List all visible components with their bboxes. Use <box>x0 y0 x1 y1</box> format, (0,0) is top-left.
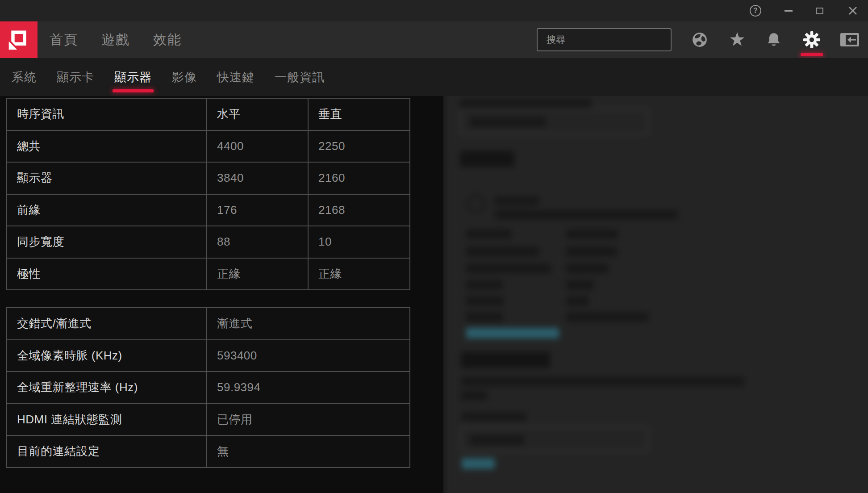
table-row: 目前的連結設定 無 <box>7 435 410 468</box>
blurred-text-bar <box>470 435 524 445</box>
amd-arrow-icon <box>7 28 30 51</box>
row-value-v: 正緣 <box>308 258 410 290</box>
table-row: 總共 4400 2250 <box>7 130 410 163</box>
tab-system[interactable]: 系統 <box>12 58 37 96</box>
help-button[interactable]: ? <box>746 1 765 21</box>
row-label: 交錯式/漸進式 <box>7 308 207 340</box>
nav-item-performance[interactable]: 效能 <box>153 31 182 49</box>
maximize-button[interactable] <box>810 1 829 21</box>
horizontal-header: 水平 <box>207 98 308 130</box>
blurred-label <box>466 246 539 256</box>
table-row: HDMI 連結狀態監測 已停用 <box>7 404 410 436</box>
tab-display-label: 顯示器 <box>114 69 152 85</box>
tab-video[interactable]: 影像 <box>172 58 197 96</box>
blurred-paragraph-line <box>461 391 488 401</box>
close-icon <box>848 6 857 15</box>
blurred-text-bar <box>495 196 539 205</box>
blurred-teal-button[interactable] <box>462 458 495 469</box>
tab-display[interactable]: 顯示器 <box>114 58 152 96</box>
amd-software-window: ? 首頁 遊戲 效能 <box>0 0 868 493</box>
notifications-button[interactable] <box>761 25 786 54</box>
blurred-label <box>466 280 503 290</box>
maximize-icon <box>816 8 823 14</box>
table-row: 交錯式/漸進式 漸進式 <box>7 308 410 340</box>
table-row: 同步寬度 88 10 <box>7 226 410 258</box>
help-icon: ? <box>750 5 761 17</box>
row-value-h: 3840 <box>207 162 308 194</box>
row-value-v: 2168 <box>308 194 410 226</box>
main-navbar: 首頁 遊戲 效能 <box>0 21 868 58</box>
gear-icon <box>803 31 820 48</box>
table-row: 顯示器 3840 2160 <box>7 162 410 194</box>
blurred-label <box>462 412 526 421</box>
minimize-icon <box>785 10 793 12</box>
blurred-text-bar <box>460 99 592 109</box>
tab-general-info[interactable]: 一般資訊 <box>275 58 325 96</box>
table-row: 全域像素時脈 (KHz) 593400 <box>7 340 410 372</box>
table-row: 極性 正緣 正緣 <box>7 258 410 290</box>
timing-header: 時序資訊 <box>7 98 207 130</box>
vertical-header: 垂直 <box>308 98 410 130</box>
tab-hotkeys[interactable]: 快速鍵 <box>217 58 255 96</box>
row-value-h: 88 <box>207 226 308 258</box>
overlay-button[interactable] <box>837 25 862 54</box>
row-label: 極性 <box>7 258 207 290</box>
row-value-v: 2250 <box>308 130 410 163</box>
blurred-value <box>566 246 617 256</box>
blurred-dropdown[interactable] <box>460 427 648 452</box>
blurred-label <box>466 312 503 322</box>
row-label: 同步寬度 <box>7 226 207 258</box>
search-input[interactable] <box>538 34 672 45</box>
blurred-dropdown[interactable] <box>460 109 648 134</box>
language-button[interactable] <box>687 25 712 54</box>
titlebar: ? <box>0 0 868 21</box>
row-value: 無 <box>207 435 410 468</box>
row-value-h: 176 <box>207 194 308 226</box>
settings-active-indicator <box>801 53 823 56</box>
timing-table: 時序資訊 水平 垂直 總共 4400 2250 顯示器 3840 2160 前緣… <box>6 98 410 290</box>
row-value: 59.9394 <box>207 372 410 404</box>
nav-item-gaming[interactable]: 遊戲 <box>101 31 130 49</box>
blurred-text-bar <box>470 117 546 127</box>
globe-icon <box>692 32 708 48</box>
row-value-h: 4400 <box>207 130 308 163</box>
blurred-label <box>466 263 551 273</box>
main-nav: 首頁 遊戲 效能 <box>50 21 182 58</box>
blurred-value <box>566 296 588 306</box>
blurred-value <box>566 229 618 239</box>
row-label: 全域重新整理速率 (Hz) <box>7 372 207 404</box>
blurred-device-icon <box>467 195 485 213</box>
table-row: 時序資訊 水平 垂直 <box>7 98 410 130</box>
row-value: 已停用 <box>207 404 410 436</box>
blurred-label <box>466 229 512 239</box>
row-label: 全域像素時脈 (KHz) <box>7 340 207 372</box>
row-value-v: 2160 <box>308 162 410 194</box>
row-value: 593400 <box>207 340 410 372</box>
bell-icon <box>766 32 782 48</box>
blurred-overlay <box>443 96 868 493</box>
blurred-value <box>566 263 609 273</box>
amd-logo[interactable] <box>0 21 38 58</box>
settings-button[interactable] <box>799 25 824 54</box>
row-label: HDMI 連結狀態監測 <box>7 404 207 436</box>
row-label: 前緣 <box>7 194 207 226</box>
tab-graphics-card[interactable]: 顯示卡 <box>57 58 94 96</box>
row-value-v: 10 <box>308 226 410 258</box>
nav-item-home[interactable]: 首頁 <box>50 31 78 49</box>
blurred-value <box>566 280 594 290</box>
blurred-value <box>566 312 648 322</box>
row-label: 總共 <box>7 130 207 163</box>
dock-left-arrow-icon <box>839 32 860 47</box>
blurred-teal-link[interactable] <box>466 328 559 338</box>
table-row: 前緣 176 2168 <box>7 194 410 226</box>
row-label: 目前的連結設定 <box>7 435 207 468</box>
close-button[interactable] <box>843 1 863 21</box>
favorites-button[interactable] <box>725 25 750 54</box>
timing-detail-pane: 時序資訊 水平 垂直 總共 4400 2250 顯示器 3840 2160 前緣… <box>0 96 443 493</box>
blurred-section-heading <box>460 151 514 167</box>
tab-active-underline <box>113 89 154 92</box>
minimize-button[interactable] <box>779 1 798 21</box>
link-settings-table: 交錯式/漸進式 漸進式 全域像素時脈 (KHz) 593400 全域重新整理速率… <box>6 307 410 468</box>
row-value: 漸進式 <box>207 308 410 340</box>
settings-subnav: 系統 顯示卡 顯示器 影像 快速鍵 一般資訊 <box>0 58 868 96</box>
